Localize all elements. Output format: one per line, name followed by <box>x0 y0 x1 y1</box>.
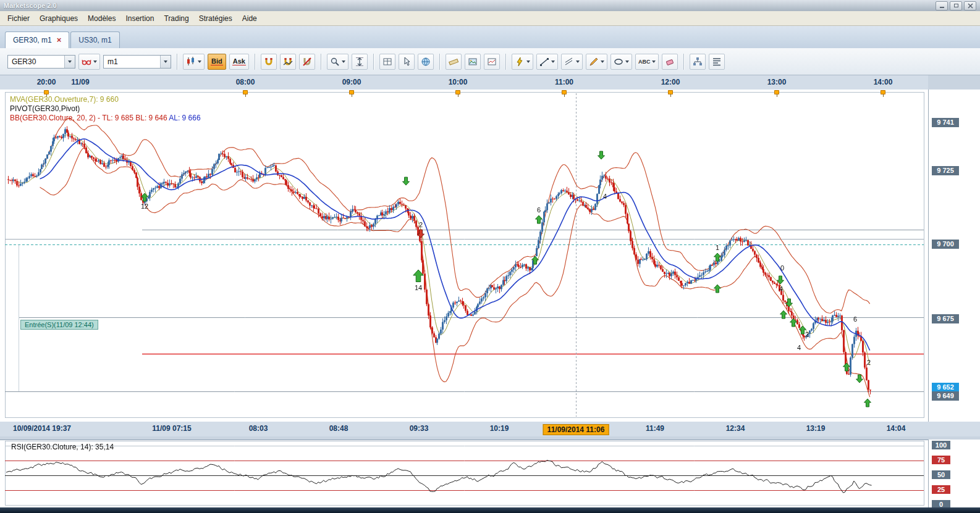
menu-item-aide[interactable]: Aide <box>237 12 262 25</box>
trendline-tool-button[interactable] <box>536 54 558 70</box>
zoom-button[interactable] <box>327 54 348 70</box>
tab-close-icon[interactable]: × <box>57 37 62 43</box>
menu-item-insertion[interactable]: Insertion <box>120 12 159 25</box>
price-axis-label: 9 700 <box>932 240 959 249</box>
ask-button[interactable]: Ask <box>229 54 249 70</box>
toolbar-separator <box>255 54 255 70</box>
menu-item-strategies[interactable]: Stratégies <box>194 12 237 25</box>
symbol-combo[interactable]: GER30 <box>7 55 75 69</box>
new-chart-window-button[interactable] <box>484 54 500 70</box>
hierarchy-icon <box>693 57 703 67</box>
lightning-icon <box>515 57 525 67</box>
toolbar: GER30 m1 Bid Ask <box>0 48 980 75</box>
snap-off-button[interactable] <box>299 54 315 70</box>
maximize-icon <box>954 4 958 7</box>
menu-item-fichier[interactable]: Fichier <box>2 12 35 25</box>
chart-tabs: GER30, m1×US30, m1 <box>5 31 980 48</box>
indicator-button[interactable] <box>512 54 533 70</box>
legend-mva: MVA(GER30.Ouverture,7): 9 660 <box>10 95 119 104</box>
eraser-button[interactable] <box>662 54 678 70</box>
window-title: Marketscope 2.0 <box>4 2 57 9</box>
measure-button[interactable] <box>446 54 462 70</box>
close-window-button[interactable] <box>964 1 976 10</box>
time-label-11-00: 11:00 <box>555 78 573 86</box>
toolbar-separator <box>683 54 684 70</box>
maximize-button[interactable] <box>950 1 962 10</box>
legend-bb-blue: AL: 9 666 <box>169 114 200 122</box>
chevron-down-icon <box>198 60 201 63</box>
data-table-button[interactable] <box>379 54 395 70</box>
time-label-11-09-2014-11-06: 11/09/2014 11:06 <box>543 424 609 435</box>
objects-list-button[interactable] <box>709 54 725 70</box>
bid-label: Bid <box>211 57 223 65</box>
draw-tool-button[interactable] <box>586 54 607 70</box>
time-label-11-09-07-15: 11/09 07:15 <box>152 424 191 433</box>
legend-bb-red: BB(GER30.Cloture, 20, 2) - TL: 9 685 BL:… <box>10 114 167 122</box>
time-label-13-19: 13:19 <box>806 424 826 433</box>
rsi-panel: RSI(GER30.Cloture, 14): 35,14 <box>0 440 928 508</box>
rsi-legend: RSI(GER30.Cloture, 14): 35,14 <box>11 443 114 451</box>
text-tool-button[interactable]: ABC <box>635 54 659 70</box>
tab-ger30-m1[interactable]: GER30, m1× <box>5 31 69 48</box>
chevron-down-icon <box>652 60 656 63</box>
minimize-icon <box>940 5 944 8</box>
snap-magnet-strong-button[interactable] <box>280 54 296 70</box>
channel-icon <box>564 57 574 67</box>
symbol-combo-arrow[interactable] <box>64 56 75 68</box>
toolbar-separator <box>321 54 321 70</box>
menubar: FichierGraphiquesModèlesInsertionTrading… <box>0 11 980 26</box>
time-label-10-00: 10:00 <box>449 78 468 86</box>
bottom-strip <box>0 507 980 513</box>
fit-range-icon <box>355 57 365 67</box>
menu-item-trading[interactable]: Trading <box>159 12 193 25</box>
rsi-axis-label: 50 <box>932 470 950 479</box>
titlebar: Marketscope 2.0 <box>0 0 980 11</box>
time-label-11-09: 11/09 <box>71 78 89 86</box>
snap-magnet-button[interactable] <box>261 54 277 70</box>
tab-label: GER30, m1 <box>13 36 52 44</box>
time-label-14-04: 14:04 <box>887 424 906 433</box>
ask-label: Ask <box>232 57 246 65</box>
tabbar: GER30, m1×US30, m1 <box>0 26 980 48</box>
menu-item-modeles[interactable]: Modèles <box>83 12 120 25</box>
eraser-icon <box>665 57 675 67</box>
close-icon <box>968 3 973 9</box>
period-combo[interactable]: m1 <box>103 55 171 69</box>
fit-vertical-button[interactable] <box>352 54 368 70</box>
chevron-down-icon <box>342 60 345 63</box>
toolbar-separator <box>439 54 440 70</box>
time-label-10-09-2014-19-37: 10/09/2014 19:37 <box>13 424 71 433</box>
strategy-button[interactable] <box>690 54 706 70</box>
save-image-button[interactable] <box>465 54 481 70</box>
toolbar-separator <box>505 54 506 70</box>
time-label-12-34: 12:34 <box>726 424 745 433</box>
symbol-properties-button[interactable] <box>78 54 100 70</box>
period-combo-arrow[interactable] <box>160 56 171 68</box>
ruler-icon <box>449 57 458 67</box>
globe-icon <box>421 57 431 67</box>
shape-tool-button[interactable] <box>610 54 632 70</box>
tab-us30-m1[interactable]: US30, m1 <box>70 31 119 48</box>
bottom-time-axis: 10/09/2014 19:3711/09 07:1508:0308:4809:… <box>0 422 980 436</box>
bid-button[interactable]: Bid <box>208 54 226 70</box>
chevron-down-icon <box>526 60 530 63</box>
price-chart-canvas[interactable] <box>0 90 928 422</box>
channel-tool-button[interactable] <box>561 54 583 70</box>
tab-label: US30, m1 <box>78 36 111 44</box>
entry-label[interactable]: Entrée(S)(11/09 12:44) <box>20 320 98 330</box>
chevron-down-icon <box>601 60 604 63</box>
cursor-mode-button[interactable] <box>399 54 415 70</box>
chart-type-button[interactable] <box>183 54 205 70</box>
trendline-icon <box>539 57 549 67</box>
ellipse-icon <box>614 57 623 67</box>
rsi-canvas[interactable] <box>0 440 928 508</box>
price-axis-label: 9 649 <box>932 391 959 401</box>
marketscope-window: Marketscope 2.0 FichierGraphiquesModèles… <box>0 0 980 513</box>
time-label-20-00: 20:00 <box>37 78 56 86</box>
timezone-button[interactable] <box>418 54 434 70</box>
toolbar-separator <box>177 54 177 70</box>
menu-item-graphiques[interactable]: Graphiques <box>35 12 83 25</box>
minimize-button[interactable] <box>936 1 948 10</box>
time-label-09-33: 09:33 <box>410 424 429 433</box>
candlestick-icon <box>186 57 196 67</box>
